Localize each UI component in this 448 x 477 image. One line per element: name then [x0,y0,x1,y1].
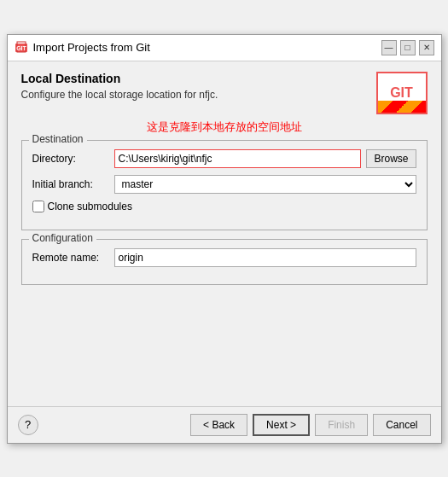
dialog-footer: ? < Back Next > Finish Cancel [8,406,441,443]
window-title: Import Projects from Git [33,41,376,54]
clone-submodules-label[interactable]: Clone submodules [48,201,132,212]
git-logo: GIT [376,72,428,114]
remote-name-label: Remote name: [32,252,109,264]
window-icon: GIT [15,41,28,55]
destination-group: Destination Directory: Browse Initial br… [21,140,428,230]
next-button[interactable]: Next > [253,414,310,436]
help-button[interactable]: ? [18,415,38,435]
clone-submodules-row: Clone submodules [32,201,416,212]
bottom-space [21,294,428,396]
directory-row: Directory: Browse [32,149,416,168]
branch-row: Initial branch: master [32,175,416,194]
window-controls: — □ ✕ [381,40,434,55]
import-dialog: GIT Import Projects from Git — □ ✕ Local… [7,34,442,444]
minimize-button[interactable]: — [381,40,397,55]
header-section: Local Destination Configure the local st… [21,72,428,114]
configuration-group-label: Configuration [29,232,96,244]
dialog-content: Local Destination Configure the local st… [8,61,441,406]
header-left: Local Destination Configure the local st… [21,72,218,101]
branch-select[interactable]: master [114,175,416,194]
maximize-button[interactable]: □ [400,40,416,55]
remote-name-row: Remote name: [32,248,416,267]
section-subtitle: Configure the local storage location for… [21,89,218,101]
title-bar: GIT Import Projects from Git — □ ✕ [8,35,441,61]
directory-label: Directory: [32,153,109,165]
directory-input[interactable] [114,149,362,168]
close-button[interactable]: ✕ [419,40,434,55]
remote-name-input[interactable] [114,248,416,267]
configuration-group: Configuration Remote name: [21,239,428,285]
destination-group-label: Destination [29,133,87,145]
back-button[interactable]: < Back [190,414,247,436]
clone-submodules-checkbox[interactable] [32,201,44,212]
section-title: Local Destination [21,72,218,85]
browse-button[interactable]: Browse [366,149,416,168]
finish-button[interactable]: Finish [315,414,368,436]
svg-text:GIT: GIT [16,45,26,51]
branch-label: Initial branch: [32,178,109,190]
cancel-button[interactable]: Cancel [373,414,430,436]
